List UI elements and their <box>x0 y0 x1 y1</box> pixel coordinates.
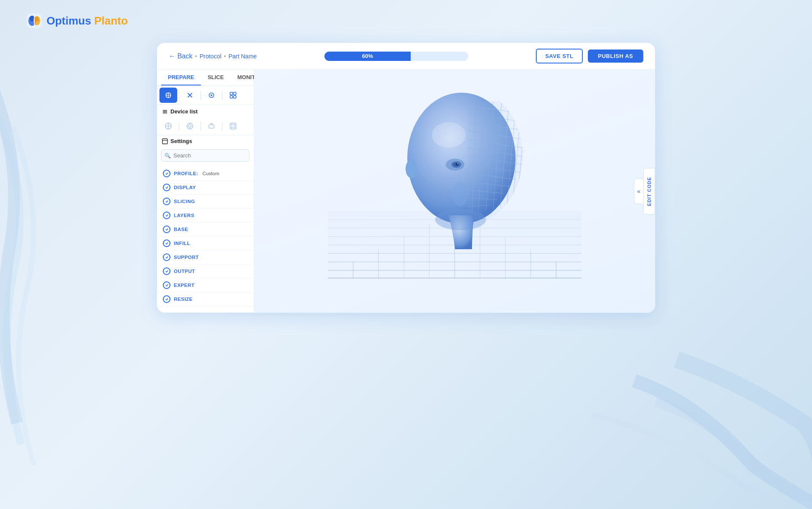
back-button[interactable]: ← Back <box>169 52 192 60</box>
publish-button[interactable]: PUBLISH AS <box>588 50 643 63</box>
device-btn-2[interactable] <box>181 119 199 133</box>
settings-item-icon-display <box>163 184 170 191</box>
save-stl-button[interactable]: SAVE STL <box>536 49 583 63</box>
card-topbar: ← Back • Protocol • Part Name 60% SAVE S… <box>157 43 655 70</box>
tab-slice[interactable]: SLICE <box>201 70 230 85</box>
edit-code-button[interactable]: EDIT CODE <box>643 168 655 215</box>
settings-item-label-infill: INFILL <box>174 241 190 246</box>
breadcrumb-sep2: • <box>224 53 226 60</box>
device-sep-3 <box>222 122 222 130</box>
settings-item-label-support: SUPPORT <box>174 255 199 260</box>
card-wrapper: ← Back • Protocol • Part Name 60% SAVE S… <box>0 38 812 309</box>
main-card: ← Back • Protocol • Part Name 60% SAVE S… <box>156 42 656 313</box>
icon-toolbar <box>157 86 254 105</box>
settings-item-expert[interactable]: EXPERT <box>157 278 254 292</box>
toolbar-btn-1[interactable] <box>159 88 177 103</box>
svg-point-84 <box>406 160 417 178</box>
svg-point-89 <box>457 163 458 165</box>
toolbar-btn-4[interactable] <box>224 88 242 103</box>
toolbar-btn-3[interactable] <box>203 88 220 103</box>
device-icons-row <box>157 117 254 135</box>
settings-item-label-profile: PROFILE: <box>174 171 198 176</box>
svg-rect-15 <box>230 96 233 98</box>
search-icon: 🔍 <box>165 153 171 159</box>
settings-item-label-output: OUTPUT <box>174 269 195 274</box>
toolbar-sep-2 <box>200 91 201 99</box>
search-box: 🔍 <box>161 149 250 162</box>
settings-item-resize[interactable]: RESIZE <box>157 292 254 306</box>
settings-item-icon-support <box>163 253 170 261</box>
device-btn-4[interactable] <box>224 119 242 133</box>
svg-point-24 <box>189 125 191 127</box>
settings-section: PROFILE: Custom DISPLAY <box>157 164 254 313</box>
topbar-actions: SAVE STL PUBLISH AS <box>536 49 643 63</box>
search-input[interactable] <box>161 149 250 162</box>
svg-point-4 <box>35 17 39 22</box>
top-header: Optimus Planto <box>0 0 812 38</box>
settings-item-slicing[interactable]: SLICING <box>157 195 254 209</box>
svg-point-85 <box>435 209 486 230</box>
settings-header: Settings <box>157 135 254 147</box>
edit-code-toggle-btn[interactable]: « <box>634 179 643 204</box>
svg-rect-13 <box>230 92 233 95</box>
settings-item-icon-slicing <box>163 198 170 205</box>
settings-item-display[interactable]: DISPLAY <box>157 181 254 195</box>
toolbar-sep-3 <box>222 91 222 99</box>
breadcrumb-sep1: • <box>195 53 197 60</box>
settings-item-label-base: BASE <box>174 227 188 232</box>
settings-item-icon-expert <box>163 281 170 289</box>
tab-prepare[interactable]: PREPARE <box>161 70 201 85</box>
settings-item-icon-base <box>163 226 170 233</box>
device-btn-1[interactable] <box>159 119 177 133</box>
svg-point-86 <box>432 122 466 148</box>
viewport: « EDIT CODE <box>254 70 655 313</box>
progress-bar-fill: 60% <box>324 52 411 61</box>
settings-icon <box>162 138 168 144</box>
svg-rect-16 <box>233 96 236 98</box>
settings-item-label-layers: LAYERS <box>174 213 195 218</box>
logo-text: Optimus Planto <box>47 14 128 28</box>
svg-point-12 <box>211 94 212 96</box>
settings-item-icon-profile <box>163 170 170 177</box>
logo: Optimus Planto <box>25 12 128 30</box>
breadcrumb-part: Part Name <box>228 53 257 60</box>
logo-icon <box>25 12 43 30</box>
tab-bar: PREPARE SLICE MONITOR <box>157 70 254 86</box>
edit-code-panel: « EDIT CODE <box>634 168 655 215</box>
settings-item-layers[interactable]: LAYERS <box>157 209 254 223</box>
svg-rect-29 <box>209 125 214 128</box>
svg-point-59 <box>452 182 469 206</box>
svg-rect-83 <box>468 101 531 220</box>
settings-item-label-resize: RESIZE <box>174 297 193 302</box>
settings-item-support[interactable]: SUPPORT <box>157 250 254 264</box>
breadcrumb: ← Back • Protocol • Part Name <box>169 52 257 60</box>
breadcrumb-protocol: Protocol <box>200 53 221 60</box>
device-list-label: Device list <box>170 108 198 115</box>
settings-label: Settings <box>170 138 192 144</box>
settings-item-output[interactable]: OUTPUT <box>157 264 254 278</box>
progress-bar: 60% <box>324 52 468 61</box>
device-list-header: Device list <box>157 105 254 117</box>
svg-rect-37 <box>162 139 167 144</box>
settings-item-icon-infill <box>163 239 170 247</box>
settings-item-label-slicing: SLICING <box>174 199 195 204</box>
settings-item-infill[interactable]: INFILL <box>157 237 254 250</box>
svg-rect-14 <box>233 92 236 95</box>
svg-rect-32 <box>230 123 236 129</box>
settings-item-base[interactable]: BASE <box>157 223 254 237</box>
left-panel: PREPARE SLICE MONITOR <box>157 70 254 313</box>
toolbar-btn-2[interactable] <box>181 88 199 103</box>
settings-item-label-display: DISPLAY <box>174 185 196 190</box>
device-sep-1 <box>179 122 179 130</box>
toolbar-sep-1 <box>179 91 179 99</box>
list-icon <box>162 109 168 115</box>
edit-code-label: EDIT CODE <box>647 177 652 206</box>
settings-item-icon-resize <box>163 295 170 303</box>
device-btn-3[interactable] <box>203 119 220 133</box>
settings-item-icon-output <box>163 267 170 275</box>
settings-item-value-profile: Custom <box>203 171 219 176</box>
settings-item-profile[interactable]: PROFILE: Custom <box>157 167 254 181</box>
device-sep-2 <box>200 122 201 130</box>
settings-item-icon-layers <box>163 212 170 219</box>
head-3d-model <box>394 80 546 266</box>
